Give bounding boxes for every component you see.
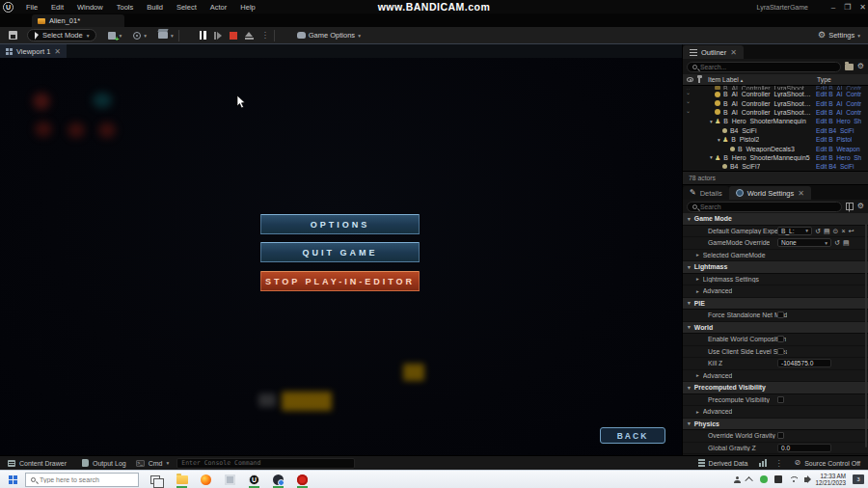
expander-icon[interactable]: ▸ — [696, 372, 699, 378]
settings-expand-row[interactable]: ▸Selected GameMode — [683, 250, 868, 262]
outliner-row[interactable]: ⌄B_AI_Controller_LyraShooter_ConEdit B_A… — [683, 108, 868, 117]
expander-icon[interactable]: ▾ — [716, 137, 722, 143]
outliner-row[interactable]: ⌄B_AI_Controller_LyraShooter_ConEdit B_A… — [683, 98, 868, 107]
taskbar-app-bandicam[interactable] — [296, 472, 309, 488]
column-type[interactable]: Type — [817, 76, 831, 83]
value-field[interactable]: -1048575.0 — [777, 359, 831, 367]
value-field[interactable]: 0.0 — [777, 444, 831, 452]
settings-expand-row[interactable]: ▸Advanced — [683, 406, 868, 419]
reset-icon[interactable]: ↩ — [848, 228, 854, 234]
play-options-menu-icon[interactable]: ⋮ — [261, 31, 269, 40]
taskbar-app-epic-games[interactable] — [272, 472, 285, 488]
world-settings-search-input[interactable] — [700, 203, 836, 210]
pin-icon[interactable] — [698, 77, 700, 83]
settings-category-header[interactable]: ▾Game Mode — [683, 213, 868, 226]
edit-type-link[interactable]: Edit B4_SciFi — [816, 127, 854, 134]
edit-type-link[interactable]: Edit B4_SciFi — [816, 163, 854, 170]
restore-button[interactable]: ❐ — [844, 3, 851, 12]
checkbox[interactable] — [777, 312, 784, 318]
settings-category-header[interactable]: ▾Precomputed Visibility — [683, 382, 868, 394]
edit-type-link[interactable]: Edit B_Weapon — [816, 146, 860, 152]
blueprints-button[interactable]: ▾ — [133, 32, 147, 40]
settings-category-header[interactable]: ▾Lightmass — [683, 261, 868, 274]
outliner-item-label[interactable]: B_AI_Controller_LyraShooter_Con — [723, 100, 812, 107]
volume-icon[interactable] — [804, 477, 808, 482]
dropdown[interactable]: None▾ — [777, 238, 831, 247]
status-bar-menu[interactable]: ⋮ — [771, 456, 786, 470]
dropdown[interactable]: B_L:▾ — [777, 227, 812, 235]
tab-viewport-1[interactable]: Viewport 1 ✕ — [0, 44, 67, 58]
outliner-row[interactable]: ⌄B_AI_Controller_LyraShooter_ConEdit B_A… — [683, 90, 868, 98]
display-filter-icon[interactable] — [846, 203, 854, 210]
settings-expand-row[interactable]: ▸Advanced — [683, 370, 868, 383]
save-icon[interactable] — [9, 31, 17, 40]
outliner-row[interactable]: ▾♟B_Hero_ShooterMannequinEdit B_Hero_Sh — [683, 117, 868, 125]
minimize-button[interactable]: – — [831, 3, 835, 12]
checkbox[interactable] — [777, 348, 784, 355]
select-mode-dropdown[interactable]: Select Mode ▾ — [27, 29, 96, 41]
world-settings-search[interactable] — [687, 202, 842, 212]
gutter-chevron-icon[interactable]: ⌄ — [686, 107, 691, 114]
outliner-item-label[interactable]: B_AI_Controller_LyraShooter_Con — [723, 109, 812, 116]
revision-control-graph-button[interactable] — [755, 456, 771, 470]
edit-type-link[interactable]: Edit B_Pistol — [816, 136, 852, 143]
outliner-search[interactable] — [687, 62, 841, 72]
outliner-item-label[interactable]: B_Hero_ShooterMannequin — [723, 118, 805, 124]
visibility-eye-icon[interactable] — [687, 77, 693, 82]
start-button[interactable] — [0, 471, 25, 488]
outliner-item-label[interactable]: B_Hero_ShooterMannequin5 — [723, 154, 809, 161]
output-log-button[interactable]: Output Log — [74, 456, 134, 470]
settings-category-header[interactable]: ▾World — [683, 322, 868, 335]
settings-dropdown[interactable]: ⚙ Settings ▾ — [818, 31, 860, 40]
edit-type-link[interactable]: Edit B_AI_Contr — [816, 100, 861, 107]
taskbar-app-file-explorer[interactable] — [176, 472, 188, 488]
gutter-chevron-icon[interactable]: ⌄ — [686, 97, 691, 104]
outliner-row[interactable]: B4_SciFi7Edit B4_SciFi — [683, 162, 868, 171]
pause-button[interactable] — [200, 31, 206, 40]
menu-item-select[interactable]: Select — [170, 3, 203, 12]
options-button[interactable]: OPTIONS — [260, 214, 420, 234]
add-actor-button[interactable]: ▾ — [108, 32, 122, 40]
taskbar-app-firefox[interactable] — [200, 472, 212, 488]
menu-item-edit[interactable]: Edit — [44, 3, 70, 12]
settings-expand-row[interactable]: ▸Lightmass Settings — [683, 274, 868, 286]
tray-app-icon[interactable] — [774, 475, 782, 483]
settings-expand-row[interactable]: ▸Advanced — [683, 285, 868, 298]
taskbar-app-unreal-engine[interactable] — [248, 472, 260, 488]
edit-type-link[interactable]: Edit B_Hero_Sh — [816, 118, 861, 124]
eject-button[interactable] — [245, 32, 254, 40]
create-folder-icon[interactable] — [845, 64, 854, 70]
stop-button[interactable] — [230, 32, 237, 40]
expander-icon[interactable]: ▸ — [696, 409, 699, 415]
outliner-row[interactable]: ▾♟B_Pistol2Edit B_Pistol — [683, 135, 868, 144]
outliner-row[interactable]: ▾♟B_Hero_ShooterMannequin5Edit B_Hero_Sh — [683, 153, 868, 162]
menu-item-file[interactable]: File — [19, 3, 44, 12]
taskbar-search[interactable] — [25, 473, 139, 487]
console-command-input[interactable] — [176, 458, 355, 469]
frame-skip-button[interactable] — [214, 32, 222, 40]
gutter-chevron-icon[interactable]: ⌄ — [686, 89, 691, 95]
tab-world-settings[interactable]: World Settings ✕ — [729, 186, 811, 200]
task-view-icon[interactable] — [150, 475, 160, 484]
notification-center-icon[interactable]: 3 — [853, 474, 864, 484]
menu-item-build[interactable]: Build — [140, 3, 170, 12]
browse-icon[interactable]: ↺ — [834, 239, 840, 246]
outliner-item-label[interactable]: B4_SciFi — [730, 127, 757, 134]
scrollbar[interactable] — [865, 224, 867, 447]
column-item-label[interactable]: Item Label ▴ — [708, 76, 743, 83]
checkbox[interactable] — [777, 432, 784, 439]
menu-item-tools[interactable]: Tools — [110, 3, 141, 12]
close-icon[interactable]: ✕ — [730, 48, 737, 57]
clear-icon[interactable]: × — [841, 228, 845, 234]
close-icon[interactable]: ✕ — [54, 47, 61, 56]
expander-icon[interactable]: ▾ — [708, 154, 715, 160]
clock[interactable]: 12:33 AM 12/21/2023 — [815, 473, 846, 486]
tray-status-icon[interactable] — [760, 475, 768, 483]
copy-icon[interactable]: ▤ — [843, 239, 850, 246]
taskbar-app-app-gray[interactable] — [224, 472, 236, 488]
tab-outliner[interactable]: Outliner ✕ — [683, 45, 744, 59]
cinematics-button[interactable]: ▾ — [158, 32, 174, 39]
menu-item-window[interactable]: Window — [70, 3, 110, 12]
edit-type-link[interactable]: Edit B_Hero_Sh — [816, 154, 861, 161]
derived-data-button[interactable]: Derived Data — [691, 456, 756, 470]
